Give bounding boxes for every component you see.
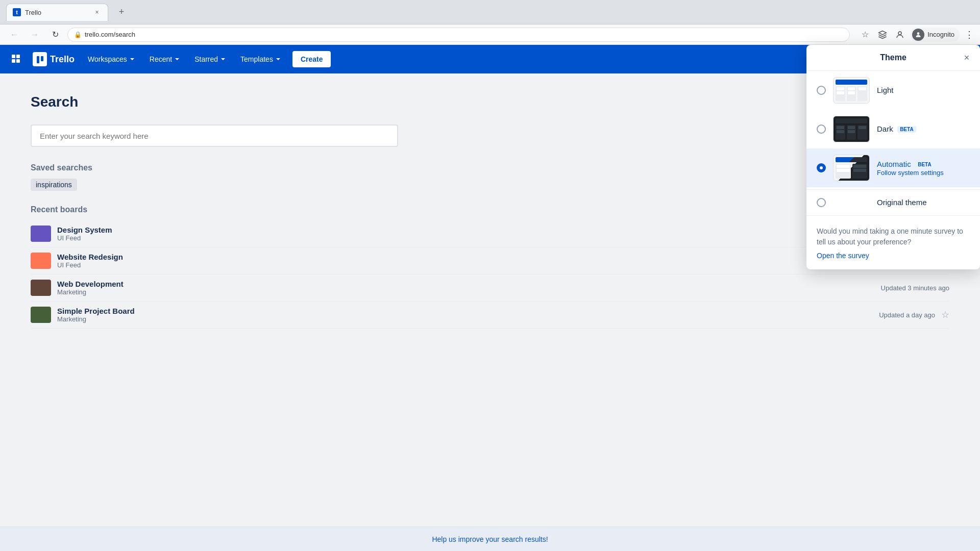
footer-text: Help us improve your search results! <box>432 535 548 543</box>
new-tab-button[interactable]: + <box>114 5 129 19</box>
search-input[interactable] <box>31 124 398 147</box>
board-name: Design System <box>57 226 893 234</box>
trello-logo-text: Trello <box>50 54 75 65</box>
address-bar-row: ← → ↻ 🔒 trello.com/search ☆ Incognito ⋮ <box>0 24 980 45</box>
automatic-beta-badge: BETA <box>915 161 934 168</box>
board-item[interactable]: Web Development Marketing Updated 3 minu… <box>31 274 949 302</box>
board-name: Simple Project Board <box>57 307 879 315</box>
address-text: trello.com/search <box>85 31 135 38</box>
toolbar-icons: ☆ Incognito ⋮ <box>858 28 974 42</box>
automatic-label-group: Automatic BETA Follow system settings <box>877 160 970 177</box>
board-thumbnail <box>31 280 51 296</box>
svg-rect-2 <box>12 55 15 58</box>
automatic-radio <box>817 163 826 172</box>
trello-logo-icon <box>33 52 47 66</box>
board-item[interactable]: Simple Project Board Marketing Updated a… <box>31 302 949 329</box>
theme-divider <box>806 189 980 190</box>
board-workspace: Marketing <box>57 315 879 323</box>
theme-divider-2 <box>806 215 980 216</box>
board-thumbnail <box>31 253 51 269</box>
dark-label-group: Dark BETA <box>877 124 970 134</box>
light-label-group: Light <box>877 86 970 95</box>
theme-option-light[interactable]: Light <box>806 71 980 110</box>
dark-label: Dark <box>877 124 893 133</box>
saved-search-tag[interactable]: inspirations <box>31 179 77 191</box>
original-label-group: Original theme <box>877 198 970 207</box>
apps-grid-button[interactable] <box>8 51 24 67</box>
reload-button[interactable]: ↻ <box>47 27 63 43</box>
board-info: Web Development Marketing <box>57 280 881 296</box>
dark-beta-badge: BETA <box>897 126 916 133</box>
board-updated: Updated a day ago <box>879 311 935 319</box>
main-content: Search Saved searches inspirations Recen… <box>0 73 980 527</box>
automatic-sublabel: Follow system settings <box>877 169 970 177</box>
board-updated: Updated 3 minutes ago <box>881 284 949 292</box>
board-info: Simple Project Board Marketing <box>57 307 879 323</box>
theme-panel: Theme × Light <box>806 45 980 269</box>
create-button[interactable]: Create <box>292 51 331 67</box>
svg-rect-5 <box>16 59 20 63</box>
dark-radio <box>817 124 826 134</box>
theme-option-original[interactable]: Original theme <box>806 192 980 213</box>
address-lock-icon: 🔒 <box>74 31 82 38</box>
templates-menu[interactable]: Templates <box>235 52 286 66</box>
workspaces-menu[interactable]: Workspaces <box>83 52 140 66</box>
svg-point-1 <box>917 32 920 35</box>
starred-menu[interactable]: Starred <box>189 52 231 66</box>
board-workspace: UI Feed <box>57 261 893 269</box>
theme-option-automatic[interactable]: Automatic BETA Follow system settings <box>806 148 980 187</box>
svg-point-0 <box>898 32 901 35</box>
svg-rect-3 <box>16 55 20 58</box>
theme-option-dark[interactable]: Dark BETA <box>806 110 980 148</box>
incognito-badge[interactable]: Incognito <box>910 28 960 42</box>
browser-tab-bar: t Trello × + <box>0 0 980 24</box>
profiles-button[interactable] <box>893 28 907 42</box>
survey-text: Would you mind taking a one minute surve… <box>817 227 963 246</box>
workspaces-label: Workspaces <box>88 55 127 63</box>
theme-panel-title: Theme <box>880 53 906 62</box>
board-star-button[interactable]: ☆ <box>941 309 949 320</box>
recent-label: Recent <box>150 55 172 63</box>
theme-panel-close-button[interactable]: × <box>960 51 974 65</box>
auto-preview <box>833 155 870 181</box>
recent-menu[interactable]: Recent <box>144 52 185 66</box>
board-name: Website Redesign <box>57 253 893 261</box>
light-preview <box>833 77 870 104</box>
open-survey-link[interactable]: Open the survey <box>817 251 970 261</box>
automatic-label: Automatic <box>877 160 911 168</box>
theme-survey: Would you mind taking a one minute surve… <box>806 218 980 269</box>
board-workspace: Marketing <box>57 288 881 296</box>
board-info: Website Redesign UI Feed <box>57 253 893 269</box>
light-radio <box>817 86 826 95</box>
forward-button[interactable]: → <box>27 27 43 43</box>
board-workspace: UI Feed <box>57 234 893 242</box>
theme-panel-header: Theme × <box>806 45 980 71</box>
templates-label: Templates <box>240 55 273 63</box>
incognito-label: Incognito <box>927 31 954 38</box>
active-tab[interactable]: t Trello × <box>6 4 108 21</box>
back-button[interactable]: ← <box>6 27 22 43</box>
tab-title: Trello <box>25 9 41 16</box>
board-name: Web Development <box>57 280 881 288</box>
original-radio <box>817 198 826 207</box>
tab-favicon: t <box>13 8 21 16</box>
browser-menu-button[interactable]: ⋮ <box>965 29 974 40</box>
board-thumbnail <box>31 226 51 242</box>
bookmark-button[interactable]: ☆ <box>858 28 872 42</box>
tab-close-button[interactable]: × <box>92 8 102 17</box>
incognito-avatar <box>912 29 924 41</box>
light-label: Light <box>877 86 894 94</box>
trello-logo[interactable]: Trello <box>29 50 79 68</box>
board-thumbnail <box>31 307 51 323</box>
board-info: Design System UI Feed <box>57 226 893 242</box>
starred-label: Starred <box>194 55 218 63</box>
address-bar[interactable]: 🔒 trello.com/search <box>67 28 850 42</box>
extensions-button[interactable] <box>875 28 890 42</box>
original-label: Original theme <box>877 198 927 207</box>
footer[interactable]: Help us improve your search results! <box>0 527 980 551</box>
svg-rect-4 <box>12 59 15 63</box>
dark-preview <box>833 116 870 142</box>
